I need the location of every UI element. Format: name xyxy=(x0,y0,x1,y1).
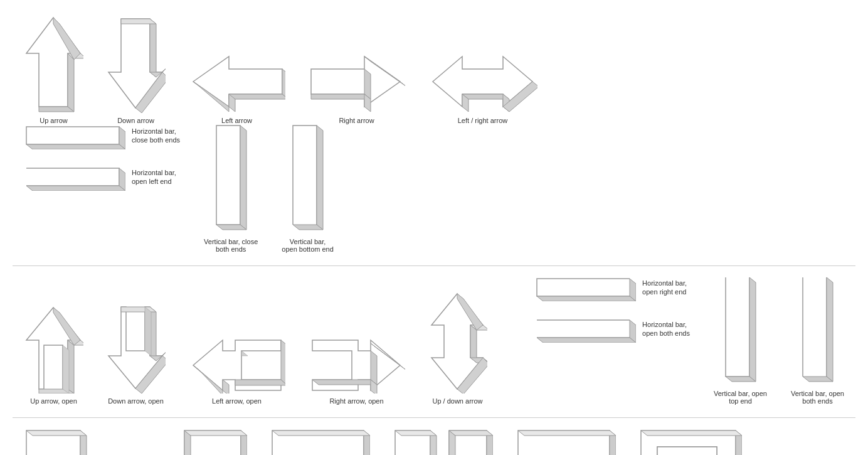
svg-marker-17 xyxy=(311,94,371,99)
svg-marker-33 xyxy=(317,126,323,230)
svg-marker-29 xyxy=(26,186,125,191)
elbow-block-2-item: Elbow block xyxy=(147,428,247,455)
down-arrow-item: Down arrow xyxy=(106,13,166,124)
svg-marker-27 xyxy=(26,144,125,149)
down-arrow-open-svg xyxy=(106,302,166,393)
svg-marker-50 xyxy=(241,351,248,356)
svg-marker-59 xyxy=(470,325,477,363)
up-down-arrow-label: Up / down arrow xyxy=(432,397,482,405)
svg-marker-12 xyxy=(229,94,285,99)
elbow-block-1-svg xyxy=(24,428,124,455)
right-arrow-open-item: Right arrow, open xyxy=(308,337,405,405)
svg-marker-100 xyxy=(395,431,437,436)
elbow-block-3-svg xyxy=(393,428,493,455)
up-arrow-label: Up arrow xyxy=(40,117,68,124)
svg-marker-54 xyxy=(371,351,377,385)
hbar-open-both-label: Horizontal bar,open both ends xyxy=(642,318,690,338)
down-arrow-svg xyxy=(106,13,166,113)
elbow-block-1-item: Elbow block xyxy=(24,428,124,455)
vbar-open-both-label: Vertical bar, openboth ends xyxy=(791,390,844,405)
svg-marker-48 xyxy=(281,340,285,385)
up-down-arrow-item: Up / down arrow xyxy=(428,290,487,405)
up-down-arrow-svg xyxy=(428,290,487,393)
row-divider-1 xyxy=(13,265,855,266)
square-block-item: Square block xyxy=(270,428,370,455)
vbar-open-both-item: Vertical bar, openboth ends xyxy=(791,276,844,405)
down-arrow-open-label: Down arrow, open xyxy=(108,397,164,405)
hbar-open-right-item: Horizontal bar,open right end xyxy=(536,276,690,301)
right-arrow-label: Right arrow xyxy=(339,117,374,124)
up-arrow-item: Up arrow xyxy=(24,13,83,124)
svg-marker-109 xyxy=(518,431,616,436)
svg-marker-49 xyxy=(235,380,285,385)
right-arrow-open-svg xyxy=(308,337,405,393)
right-arrow-open-label: Right arrow, open xyxy=(329,397,383,405)
svg-marker-114 xyxy=(641,431,742,436)
right-arrow-item: Right arrow xyxy=(308,50,405,124)
hbar-close-both-label: Horizontal bar,close both ends xyxy=(132,124,180,145)
svg-marker-46 xyxy=(145,307,151,356)
svg-marker-21 xyxy=(462,94,509,99)
svg-marker-1 xyxy=(68,53,74,112)
frame-block-svg xyxy=(638,428,742,455)
svg-marker-74 xyxy=(827,277,833,382)
elbow-block-3-item: Elbow block xyxy=(393,428,493,455)
svg-marker-31 xyxy=(240,126,246,230)
hbar-open-left-label: Horizontal bar,open left end xyxy=(132,166,176,186)
svg-marker-65 xyxy=(537,296,636,301)
svg-rect-30 xyxy=(216,126,240,225)
left-arrow-svg xyxy=(188,50,285,113)
left-arrow-item: Left arrow xyxy=(188,50,285,124)
down-arrow-open-item: Down arrow, open xyxy=(106,302,166,405)
vbar-close-both-label: Vertical bar, closeboth ends xyxy=(204,238,258,253)
hbar-open-right-label: Horizontal bar,open right end xyxy=(642,276,687,297)
vbar-open-top-label: Vertical bar, opentop end xyxy=(714,390,767,405)
right-arrow-svg xyxy=(308,50,405,113)
left-arrow-label: Left arrow xyxy=(221,117,252,124)
up-arrow-svg xyxy=(24,13,83,113)
frame-block-item: Frame block xyxy=(638,428,742,455)
svg-marker-55 xyxy=(312,380,377,385)
svg-marker-45 xyxy=(121,307,156,312)
svg-marker-6 xyxy=(150,19,156,77)
row-divider-2 xyxy=(13,417,855,418)
svg-marker-101 xyxy=(449,431,493,436)
square-block-svg xyxy=(270,428,370,455)
left-right-arrow-svg xyxy=(428,50,537,113)
svg-marker-70 xyxy=(749,277,756,382)
down-arrow-label: Down arrow xyxy=(117,117,154,124)
elbow-block-4-item: Elbow block xyxy=(516,428,616,455)
left-right-arrow-label: Left / right arrow xyxy=(458,117,507,124)
svg-marker-115 xyxy=(657,447,717,455)
vbar-close-both-item: Vertical bar, closeboth ends xyxy=(204,124,258,253)
vbar-open-bottom-item: Vertical bar,open bottom end xyxy=(282,124,334,253)
elbow-block-4-svg xyxy=(516,428,616,455)
main-container: Up arrow Down arrow Left arrow xyxy=(0,0,868,455)
svg-marker-40 xyxy=(63,345,69,393)
elbow-block-2-svg xyxy=(147,428,247,455)
up-arrow-open-label: Up arrow, open xyxy=(30,397,77,405)
svg-marker-51 xyxy=(223,380,229,393)
left-arrow-open-svg xyxy=(188,337,285,393)
hbar-close-both-item: Horizontal bar,close both ends xyxy=(25,124,180,149)
hbar-open-left-item: Horizontal bar,open left end xyxy=(25,166,180,191)
vbar-open-top-item: Vertical bar, opentop end xyxy=(714,276,767,405)
left-right-arrow-item: Left / right arrow xyxy=(428,50,537,124)
svg-rect-25 xyxy=(26,127,119,144)
hbar-open-both-item: Horizontal bar,open both ends xyxy=(536,318,690,343)
svg-marker-81 xyxy=(26,431,87,436)
svg-marker-69 xyxy=(537,338,636,343)
svg-marker-93 xyxy=(272,431,370,436)
vbar-open-bottom-label: Vertical bar,open bottom end xyxy=(282,238,334,253)
up-arrow-open-item: Up arrow, open xyxy=(24,302,83,405)
svg-marker-9 xyxy=(121,19,156,24)
svg-marker-87 xyxy=(184,431,247,436)
left-arrow-open-item: Left arrow, open xyxy=(188,337,285,405)
left-arrow-open-label: Left arrow, open xyxy=(212,397,262,405)
up-arrow-open-svg xyxy=(24,302,83,393)
svg-marker-2 xyxy=(39,107,74,112)
